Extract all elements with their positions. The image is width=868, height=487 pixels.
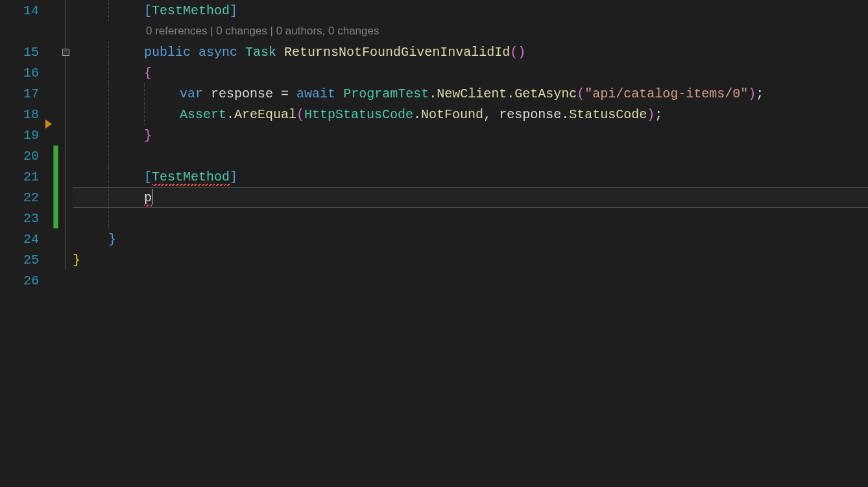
fold-toggle[interactable]: −: [58, 42, 73, 62]
code-line[interactable]: [73, 208, 868, 229]
code-line[interactable]: public async Task ReturnsNotFoundGivenIn…: [73, 42, 868, 62]
line-number: 25: [0, 249, 53, 270]
code-line[interactable]: }: [73, 125, 868, 145]
code-line[interactable]: }: [73, 229, 868, 249]
code-line-current[interactable]: p: [73, 187, 868, 208]
line-number: 14: [0, 0, 53, 21]
code-line[interactable]: [TestMethod]: [73, 166, 868, 187]
string-literal: "api/catalog-items/0": [585, 86, 748, 101]
brace-open: {: [144, 66, 152, 81]
brace-close: }: [144, 128, 152, 143]
line-number: 23: [0, 208, 53, 229]
code-line[interactable]: [73, 270, 868, 291]
codelens-text[interactable]: 0 references | 0 changes | 0 authors, 0 …: [146, 25, 379, 38]
bracket-close: ]: [230, 3, 237, 18]
brace-close: }: [73, 253, 80, 268]
codelens[interactable]: 0 references | 0 changes | 0 authors, 0 …: [73, 21, 868, 42]
line-number: 20: [0, 145, 53, 166]
line-number: 18: [0, 104, 53, 125]
keyword: public: [144, 45, 191, 60]
line-number-gutter: 14 15 16 17 18 19 20 21 22 23 24 25 26: [0, 0, 53, 487]
type-name: Task: [245, 45, 276, 60]
line-number: 26: [0, 270, 53, 291]
code-line[interactable]: }: [73, 249, 868, 270]
attribute-name: TestMethod: [152, 3, 230, 18]
code-line[interactable]: [73, 145, 868, 166]
brace-close: }: [108, 232, 116, 247]
line-number: 19: [0, 125, 53, 145]
line-number: 17: [0, 83, 53, 104]
change-bar-column: [53, 0, 58, 487]
code-line[interactable]: [TestMethod]: [73, 0, 868, 21]
method-name: ReturnsNotFoundGivenInvalidId: [284, 45, 510, 60]
code-line[interactable]: Assert.AreEqual(HttpStatusCode.NotFound,…: [73, 104, 868, 125]
gutter-spacer: [0, 21, 53, 42]
code-line[interactable]: var response = await ProgramTest.NewClie…: [73, 83, 868, 104]
keyword: async: [199, 45, 237, 60]
outline-column: −: [58, 0, 73, 487]
code-line[interactable]: {: [73, 62, 868, 83]
line-number: 24: [0, 229, 53, 249]
change-marker: [53, 145, 58, 229]
line-number: 16: [0, 62, 53, 83]
text-caret: [152, 189, 152, 205]
line-number: 22: [0, 187, 53, 208]
typed-text: p: [144, 190, 152, 205]
bracket-open: [: [144, 3, 152, 18]
line-number: 21: [0, 166, 53, 187]
code-area[interactable]: [TestMethod] 0 references | 0 changes | …: [73, 0, 868, 487]
code-editor[interactable]: 14 15 16 17 18 19 20 21 22 23 24 25 26 −: [0, 0, 868, 487]
line-number: 15: [0, 42, 53, 62]
attribute-name-error: TestMethod: [152, 169, 230, 184]
